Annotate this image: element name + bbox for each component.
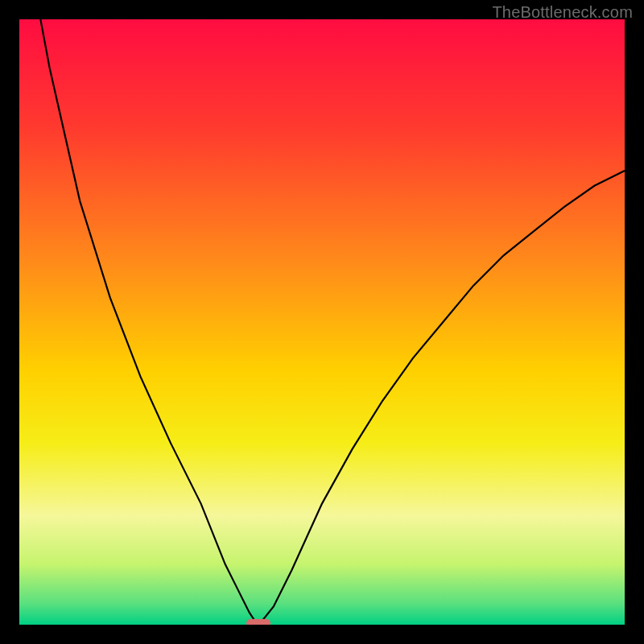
- bottleneck-curve: [19, 19, 625, 625]
- chart-frame: TheBottleneck.com: [0, 0, 644, 644]
- watermark-text: TheBottleneck.com: [492, 3, 633, 22]
- plot-area: [19, 19, 625, 625]
- optimal-marker: [246, 619, 270, 625]
